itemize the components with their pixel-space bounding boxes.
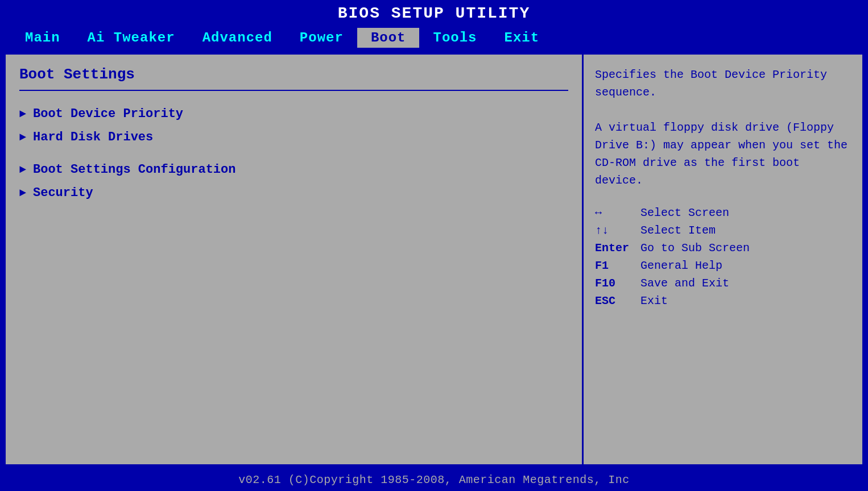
menu-item-power[interactable]: Power (286, 28, 357, 48)
entry-label: Hard Disk Drives (33, 130, 153, 144)
key-desc-3: General Help (640, 259, 851, 272)
menu-entry-hard-disk-drives[interactable]: ►Hard Disk Drives (19, 126, 568, 149)
entry-arrow-icon: ► (19, 186, 26, 199)
section-title: Boot Settings (19, 66, 568, 83)
menu-item-exit[interactable]: Exit (491, 28, 553, 48)
help-line-0: Specifies the Boot Device Priority seque… (595, 68, 827, 99)
key-label-1: ↑↓ (595, 224, 640, 237)
help-line-2: A virtual floppy disk drive (Floppy Driv… (595, 121, 848, 187)
section-divider (19, 90, 568, 91)
keybinding-row-0: ↔Select Screen (595, 206, 851, 219)
menu-item-ai-tweaker[interactable]: Ai Tweaker (74, 28, 189, 48)
keybinding-row-2: EnterGo to Sub Screen (595, 242, 851, 255)
menu-entry-security[interactable]: ►Security (19, 181, 568, 205)
key-label-5: ESC (595, 294, 640, 307)
keybinding-row-4: F10Save and Exit (595, 277, 851, 290)
title-text: BIOS SETUP UTILITY (338, 5, 530, 22)
entry-label: Boot Settings Configuration (33, 163, 235, 177)
menu-item-tools[interactable]: Tools (419, 28, 490, 48)
left-panel: Boot Settings ►Boot Device Priority►Hard… (6, 55, 584, 464)
footer: v02.61 (C)Copyright 1985-2008, American … (0, 468, 868, 491)
key-label-4: F10 (595, 277, 640, 290)
menu-item-main[interactable]: Main (11, 28, 74, 48)
key-desc-4: Save and Exit (640, 277, 851, 290)
main-content: Boot Settings ►Boot Device Priority►Hard… (5, 53, 863, 465)
key-label-2: Enter (595, 242, 640, 255)
entry-label: Security (33, 186, 93, 200)
menu-entry-boot-settings-configuration[interactable]: ►Boot Settings Configuration (19, 158, 568, 181)
entry-group-2: ►Boot Settings Configuration►Security (19, 158, 568, 205)
bios-title: BIOS SETUP UTILITY (0, 0, 868, 26)
key-label-3: F1 (595, 259, 640, 272)
keybinding-row-3: F1General Help (595, 259, 851, 272)
menu-item-advanced[interactable]: Advanced (189, 28, 286, 48)
keybinding-row-1: ↑↓Select Item (595, 224, 851, 237)
key-label-0: ↔ (595, 206, 640, 219)
help-text: Specifies the Boot Device Priority seque… (595, 66, 851, 189)
footer-text: v02.61 (C)Copyright 1985-2008, American … (238, 473, 630, 486)
entry-arrow-icon: ► (19, 107, 26, 120)
key-desc-2: Go to Sub Screen (640, 242, 851, 255)
menu-bar: MainAi TweakerAdvancedPowerBootToolsExit (0, 26, 868, 51)
key-desc-5: Exit (640, 294, 851, 307)
menu-item-boot[interactable]: Boot (357, 28, 420, 48)
entries-container: ►Boot Device Priority►Hard Disk Drives►B… (19, 102, 568, 205)
right-panel: Specifies the Boot Device Priority seque… (584, 55, 862, 464)
entry-arrow-icon: ► (19, 131, 26, 144)
keybindings: ↔Select Screen↑↓Select ItemEnterGo to Su… (595, 206, 851, 307)
entry-group-1: ►Boot Device Priority►Hard Disk Drives (19, 102, 568, 149)
entry-label: Boot Device Priority (33, 107, 183, 121)
menu-entry-boot-device-priority[interactable]: ►Boot Device Priority (19, 102, 568, 126)
keybinding-row-5: ESCExit (595, 294, 851, 307)
key-desc-1: Select Item (640, 224, 851, 237)
entry-arrow-icon: ► (19, 163, 26, 176)
key-desc-0: Select Screen (640, 206, 851, 219)
